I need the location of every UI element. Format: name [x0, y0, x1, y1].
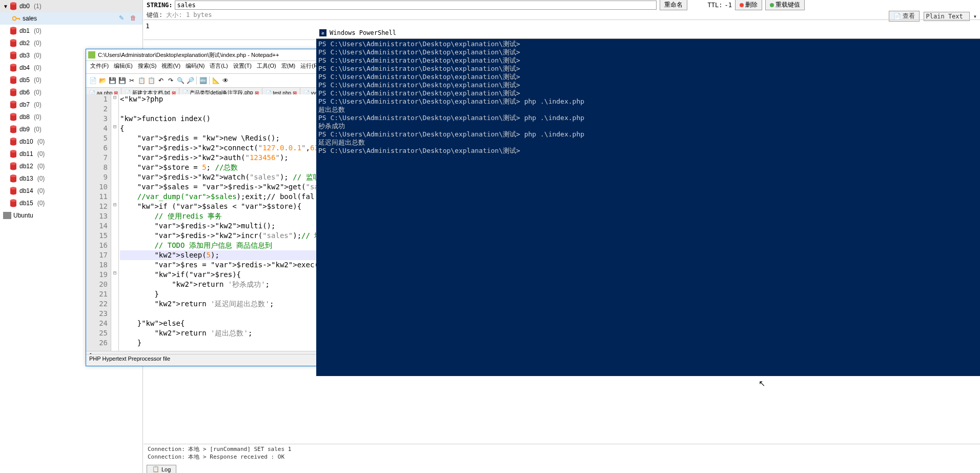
database-icon	[9, 27, 17, 35]
svg-point-28	[10, 163, 16, 165]
database-icon	[9, 64, 17, 72]
log-tab[interactable]: 📋 Log	[147, 465, 176, 473]
menu-item[interactable]: 工具(O)	[255, 62, 278, 72]
db-item-1[interactable]: db1(0)	[0, 25, 142, 37]
db-count: (0)	[34, 27, 42, 34]
ttl-label: TTL:	[708, 2, 723, 9]
database-icon	[9, 76, 17, 84]
toolbar-button[interactable]: 🔤	[198, 76, 208, 85]
toolbar-button[interactable]: 👁	[221, 76, 230, 85]
db-label: db13	[19, 175, 33, 182]
db-label: db1	[19, 27, 30, 34]
cursor-icon: ↖	[759, 379, 765, 388]
db-label: db3	[19, 52, 30, 59]
toolbar-button[interactable]: 📐	[211, 76, 220, 85]
svg-rect-4	[19, 18, 20, 20]
svg-point-14	[10, 76, 16, 79]
db-label: db2	[19, 40, 30, 47]
database-icon	[9, 150, 17, 158]
db-label: db4	[19, 64, 30, 71]
svg-point-8	[10, 40, 16, 42]
db-label: db10	[19, 138, 33, 145]
rename-button[interactable]: 重命名	[660, 0, 687, 10]
db-item-0[interactable]: ▼ db0 (1)	[0, 0, 142, 12]
svg-point-16	[10, 89, 16, 91]
toolbar-button[interactable]: 💾	[117, 76, 127, 85]
db-count: (0)	[37, 200, 45, 207]
toolbar-button[interactable]: 🔍	[176, 76, 185, 85]
powershell-output[interactable]: PS C:\Users\Administrator\Desktop\explan…	[316, 39, 980, 156]
edit-icon[interactable]: ✎	[119, 14, 127, 23]
log-panel: Connection: 本地 > [runCommand] SET sales …	[144, 444, 980, 473]
db-count: (0)	[34, 64, 42, 71]
db-count: (0)	[37, 163, 45, 170]
svg-point-22	[10, 126, 16, 128]
database-icon	[9, 113, 17, 121]
database-icon	[9, 101, 17, 109]
svg-point-24	[10, 138, 16, 141]
delete-icon[interactable]: 🗑	[130, 14, 138, 23]
powershell-window: ≥ Windows PowerShell PS C:\Users\Adminis…	[316, 27, 980, 376]
db-count: (0)	[34, 101, 42, 108]
size-label: 大小: 1 bytes	[166, 11, 212, 18]
toolbar-button[interactable]: ✂	[127, 76, 136, 85]
notepad-title-text: C:\Users\Administrator\Desktop\explanati…	[98, 51, 279, 59]
toolbar-button[interactable]: ↷	[166, 76, 175, 85]
db-label: db5	[19, 76, 30, 84]
db-count: (0)	[37, 187, 45, 194]
database-icon	[9, 199, 17, 207]
menu-item[interactable]: 文件(F)	[88, 62, 111, 72]
key-item-sales[interactable]: sales ✎ 🗑	[0, 12, 142, 25]
powershell-titlebar[interactable]: ≥ Windows PowerShell	[316, 27, 980, 39]
menu-item[interactable]: 搜索(S)	[136, 62, 159, 72]
notepad-app-icon	[88, 51, 95, 58]
db-label: db6	[19, 89, 30, 96]
menu-item[interactable]: 编辑(E)	[112, 62, 135, 72]
log-line: Connection: 本地 > Response received : OK	[148, 453, 976, 461]
svg-point-34	[10, 200, 16, 202]
database-icon	[9, 88, 17, 96]
menu-item[interactable]: 视图(V)	[159, 62, 182, 72]
toolbar-button[interactable]: 📋	[147, 76, 156, 85]
menu-item[interactable]: 编码(N)	[183, 62, 207, 72]
menu-item[interactable]: 语言(L)	[208, 62, 230, 72]
reload-button[interactable]: 重载键值	[765, 0, 805, 10]
key-header: STRING: 重命名 TTL: -1 删除 重载键值 键值: 大小: 1 by…	[144, 0, 980, 19]
database-icon	[9, 51, 17, 60]
svg-point-10	[10, 52, 16, 54]
menu-item[interactable]: 宏(M)	[279, 62, 298, 72]
log-line: Connection: 本地 > [runCommand] SET sales …	[148, 445, 976, 453]
db-label: db11	[19, 150, 33, 157]
svg-point-12	[10, 64, 16, 67]
toolbar-button[interactable]: 🔎	[186, 76, 195, 85]
toolbar-button[interactable]: 📄	[88, 76, 97, 85]
server-icon	[3, 212, 11, 219]
menu-item[interactable]: 设置(T)	[231, 62, 254, 72]
toolbar-button[interactable]: 💾	[108, 76, 117, 85]
database-icon	[9, 2, 17, 10]
db-count: (0)	[34, 89, 42, 96]
db-label: db8	[19, 113, 30, 121]
database-icon	[9, 162, 17, 170]
db-label: db14	[19, 187, 33, 194]
toolbar-button[interactable]: 📋	[137, 76, 146, 85]
type-label: STRING:	[147, 2, 173, 9]
value-label: 键值:	[147, 11, 162, 18]
toolbar-button[interactable]: 📂	[98, 76, 107, 85]
server-label: Ubuntu	[13, 212, 33, 219]
db-label: db15	[19, 200, 33, 207]
db-count: (0)	[34, 52, 42, 59]
line-gutter: 1234567891011121314151617181920212223242…	[86, 94, 111, 351]
fold-column: ⊟⊟⊟⊟	[111, 94, 119, 351]
toolbar-button[interactable]: ↶	[156, 76, 166, 85]
db-item-2[interactable]: db2(0)	[0, 37, 142, 49]
delete-button[interactable]: 删除	[735, 0, 762, 10]
svg-point-6	[10, 27, 16, 30]
powershell-title-text: Windows PowerShell	[330, 29, 396, 36]
key-name-input[interactable]	[175, 1, 657, 10]
powershell-icon: ≥	[319, 29, 326, 36]
db-count: (0)	[37, 175, 45, 182]
collapse-icon: ▼	[3, 4, 9, 9]
db-count: (0)	[34, 126, 42, 133]
svg-point-18	[10, 101, 16, 104]
